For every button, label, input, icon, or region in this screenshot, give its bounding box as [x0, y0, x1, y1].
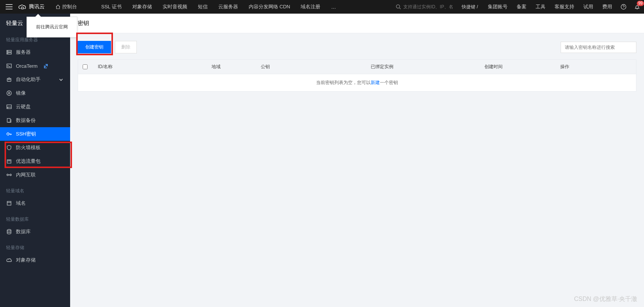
disc-icon	[6, 90, 12, 96]
sidebar-item-label: 云硬盘	[16, 103, 31, 110]
hamburger-icon	[6, 4, 13, 9]
svg-point-16	[8, 92, 10, 94]
svg-point-12	[8, 79, 9, 80]
svg-point-3	[396, 5, 400, 8]
sidebar-item-automation[interactable]: 自动化助手	[0, 73, 70, 86]
sidebar: 轻量云 轻量应用服务器 服务器 OrcaTerm 自动化助手 镜像 云硬盘 数据…	[0, 14, 70, 307]
create-key-button[interactable]: 创建密钥	[78, 41, 111, 53]
nav-org[interactable]: 集团账号	[483, 0, 512, 14]
brand-tooltip: 前往腾讯云官网	[27, 17, 77, 37]
svg-point-28	[7, 174, 8, 176]
sidebar-item-interconnect[interactable]: 内网互联	[0, 168, 70, 182]
col-op: 操作	[556, 60, 636, 74]
nav-trtc[interactable]: 实时音视频	[157, 0, 193, 14]
console-label: 控制台	[62, 3, 77, 10]
robot-icon	[6, 76, 12, 83]
backup-icon	[6, 117, 12, 123]
sidebar-item-label: 优选流量包	[16, 158, 41, 165]
terminal-icon	[6, 63, 12, 69]
sidebar-item-domain[interactable]: 域名	[0, 196, 70, 210]
svg-rect-20	[7, 118, 10, 122]
top-nav: SSL 证书 对象存储 实时音视频 短信 云服务器 内容分发网络 CDN 域名注…	[96, 0, 341, 14]
brand-link[interactable]: 腾讯云	[18, 3, 50, 10]
empty-create-link[interactable]: 新建	[371, 80, 380, 85]
col-bound: 已绑定实例	[366, 60, 480, 74]
sidebar-item-disk[interactable]: 云硬盘	[0, 100, 70, 114]
sidebar-item-label: 镜像	[16, 90, 26, 97]
nav-cos[interactable]: 对象存储	[127, 0, 157, 14]
empty-prefix: 当前密钥列表为空，您可以	[316, 80, 371, 85]
nav-beian[interactable]: 备案	[512, 0, 531, 14]
toolbar: 创建密钥 删除	[78, 41, 636, 53]
chevron-down-icon	[58, 76, 64, 83]
key-icon	[6, 131, 12, 137]
table-empty-state: 当前密钥列表为空，您可以新建一个密钥	[78, 74, 636, 91]
svg-point-29	[10, 174, 11, 176]
svg-point-8	[8, 51, 8, 51]
svg-point-15	[7, 91, 11, 95]
empty-suffix: 一个密钥	[380, 80, 398, 85]
sidebar-item-traffic[interactable]: 优选流量包	[0, 154, 70, 168]
console-link[interactable]: 控制台	[50, 3, 82, 10]
nav-support[interactable]: 客服支持	[550, 0, 579, 14]
svg-line-4	[400, 8, 401, 9]
search-icon	[396, 4, 401, 9]
nav-ssl[interactable]: SSL 证书	[96, 0, 127, 14]
col-id: ID/名称	[93, 60, 207, 74]
sidebar-item-label: 自动化助手	[16, 76, 41, 83]
nav-notifications[interactable]: 99	[630, 0, 644, 14]
sidebar-item-backup[interactable]: 数据备份	[0, 114, 70, 127]
key-table: ID/名称 地域 公钥 已绑定实例 创建时间 操作 当前密钥列表为空，您可以新建…	[78, 59, 636, 92]
nav-sms[interactable]: 短信	[193, 0, 213, 14]
external-link-icon	[43, 63, 49, 69]
sidebar-item-cos[interactable]: 对象存储	[0, 253, 70, 267]
svg-point-19	[8, 108, 8, 108]
select-all-checkbox[interactable]	[83, 64, 88, 69]
network-icon	[6, 172, 12, 178]
key-search-input[interactable]	[561, 42, 636, 53]
brand-text: 腾讯云	[29, 3, 45, 10]
svg-rect-31	[7, 201, 11, 205]
global-search[interactable]	[392, 4, 456, 9]
menu-toggle[interactable]	[0, 0, 18, 14]
nav-cdn[interactable]: 内容分发网络 CDN	[243, 0, 296, 14]
globe-icon	[6, 200, 12, 206]
sidebar-item-label: 数据备份	[16, 117, 36, 124]
sidebar-item-sshkey[interactable]: SSH密钥	[0, 127, 70, 141]
svg-point-13	[9, 79, 10, 80]
nav-help[interactable]	[617, 0, 630, 14]
sidebar-item-firewall[interactable]: 防火墙模板	[0, 141, 70, 154]
hotkey-hint[interactable]: 快捷键 /	[456, 4, 483, 10]
sidebar-item-orcaterm[interactable]: OrcaTerm	[0, 59, 70, 73]
delete-button[interactable]: 删除	[115, 41, 137, 53]
nav-more[interactable]: …	[326, 0, 341, 14]
top-right: 快捷键 / 集团账号 备案 工具 客服支持 试用 费用 99	[392, 0, 644, 14]
help-icon	[620, 4, 627, 10]
page-title: 密钥	[70, 14, 644, 33]
sidebar-section-db: 轻量数据库	[0, 210, 70, 225]
cloud-icon	[18, 4, 27, 10]
nav-cvm[interactable]: 云服务器	[213, 0, 243, 14]
sidebar-item-label: 对象存储	[16, 257, 36, 263]
sidebar-section-domain: 轻量域名	[0, 182, 70, 196]
col-region: 地域	[207, 60, 256, 74]
nav-tools[interactable]: 工具	[531, 0, 550, 14]
search-input[interactable]	[403, 4, 453, 9]
nav-trial[interactable]: 试用	[579, 0, 598, 14]
top-header: 腾讯云 控制台 SSL 证书 对象存储 实时音视频 短信 云服务器 内容分发网络…	[0, 0, 644, 14]
sidebar-item-server[interactable]: 服务器	[0, 45, 70, 59]
package-icon	[6, 158, 12, 164]
storage-icon	[6, 257, 12, 263]
sidebar-section-storage: 轻量存储	[0, 238, 70, 253]
table-header: ID/名称 地域 公钥 已绑定实例 创建时间 操作	[78, 60, 636, 74]
sidebar-item-database[interactable]: 数据库	[0, 225, 70, 238]
nav-billing[interactable]: 费用	[598, 0, 617, 14]
sidebar-item-label: 内网互联	[16, 171, 36, 178]
sidebar-item-image[interactable]: 镜像	[0, 86, 70, 100]
main-content: 密钥 创建密钥 删除 ID/名称 地域 公钥 已绑定实例 创建时间 操作	[70, 14, 644, 307]
svg-point-5	[621, 5, 626, 9]
server-icon	[6, 49, 12, 55]
svg-point-33	[7, 229, 11, 231]
database-icon	[6, 229, 12, 235]
nav-domain[interactable]: 域名注册	[295, 0, 326, 14]
